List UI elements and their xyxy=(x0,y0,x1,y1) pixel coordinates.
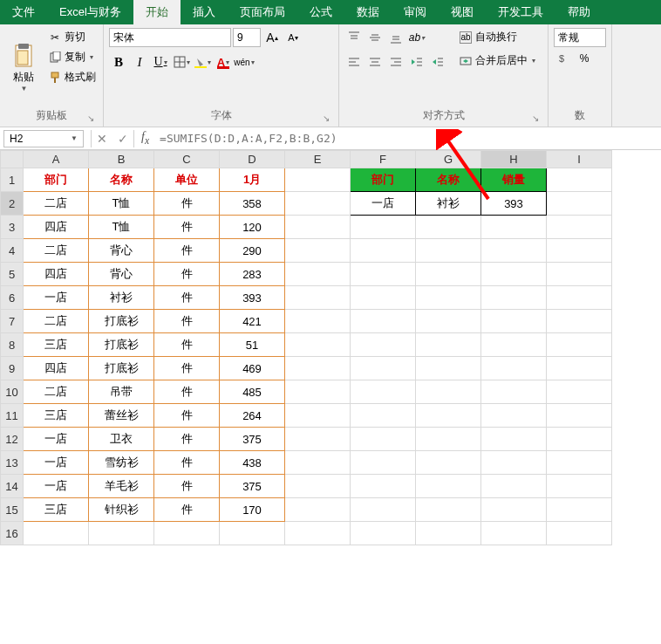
row-header-2[interactable]: 2 xyxy=(1,192,24,216)
cell-E6[interactable] xyxy=(285,286,351,310)
cell-H13[interactable] xyxy=(481,451,547,475)
cell-C15[interactable]: 件 xyxy=(154,498,220,522)
formula-input[interactable]: =SUMIFS(D:D,A:A,F2,B:B,G2) xyxy=(156,130,661,147)
cell-C13[interactable]: 件 xyxy=(154,451,220,475)
cell-H1[interactable]: 销量 xyxy=(481,168,547,192)
cell-F3[interactable] xyxy=(351,216,416,239)
cell-D4[interactable]: 290 xyxy=(220,239,285,263)
cell-H16[interactable] xyxy=(481,522,547,545)
cell-E10[interactable] xyxy=(285,380,351,404)
dialog-launcher-icon[interactable]: ↘ xyxy=(323,113,330,123)
cell-I2[interactable] xyxy=(547,192,612,216)
bold-button[interactable]: B xyxy=(109,52,128,72)
row-header-6[interactable]: 6 xyxy=(1,286,24,310)
cell-B5[interactable]: 背心 xyxy=(89,263,154,286)
cell-C5[interactable]: 件 xyxy=(154,263,220,286)
cell-A12[interactable]: 一店 xyxy=(24,428,89,451)
cell-B10[interactable]: 吊带 xyxy=(89,380,154,404)
cell-C7[interactable]: 件 xyxy=(154,310,220,333)
paste-button[interactable]: 粘贴 ▼ xyxy=(5,28,42,106)
cell-C12[interactable]: 件 xyxy=(154,428,220,451)
cell-A1[interactable]: 部门 xyxy=(24,168,89,192)
cell-I1[interactable] xyxy=(547,168,612,192)
cell-D11[interactable]: 264 xyxy=(220,404,285,428)
col-header-H[interactable]: H xyxy=(481,151,547,168)
cell-I7[interactable] xyxy=(547,310,612,333)
row-header-1[interactable]: 1 xyxy=(1,168,24,192)
cell-E15[interactable] xyxy=(285,498,351,522)
accept-formula-icon[interactable]: ✓ xyxy=(112,132,133,146)
cell-F9[interactable] xyxy=(351,357,416,380)
align-top-icon[interactable] xyxy=(344,28,364,47)
cell-I3[interactable] xyxy=(547,216,612,239)
col-header-B[interactable]: B xyxy=(89,151,154,168)
cell-H4[interactable] xyxy=(481,239,547,263)
cell-D13[interactable]: 438 xyxy=(220,451,285,475)
cell-C8[interactable]: 件 xyxy=(154,333,220,357)
row-header-16[interactable]: 16 xyxy=(1,522,24,545)
wrap-text-button[interactable]: ab 自动换行 xyxy=(458,28,537,46)
cell-G1[interactable]: 名称 xyxy=(416,168,481,192)
cell-B2[interactable]: T恤 xyxy=(89,192,154,216)
cell-E9[interactable] xyxy=(285,357,351,380)
cell-F5[interactable] xyxy=(351,263,416,286)
cell-A9[interactable]: 四店 xyxy=(24,357,89,380)
cell-E4[interactable] xyxy=(285,239,351,263)
cell-A6[interactable]: 一店 xyxy=(24,286,89,310)
cell-A16[interactable] xyxy=(24,522,89,545)
fx-icon[interactable]: fx xyxy=(134,130,156,147)
cell-I10[interactable] xyxy=(547,380,612,404)
tab-页面布局[interactable]: 页面布局 xyxy=(228,0,297,24)
tab-视图[interactable]: 视图 xyxy=(439,0,486,24)
cell-I13[interactable] xyxy=(547,451,612,475)
cell-G11[interactable] xyxy=(416,404,481,428)
copy-button[interactable]: 复制▾ xyxy=(47,48,98,66)
tab-文件[interactable]: 文件 xyxy=(0,0,47,24)
tab-插入[interactable]: 插入 xyxy=(181,0,228,24)
cell-C1[interactable]: 单位 xyxy=(154,168,220,192)
row-header-3[interactable]: 3 xyxy=(1,216,24,239)
cell-G15[interactable] xyxy=(416,498,481,522)
cell-D15[interactable]: 170 xyxy=(220,498,285,522)
cell-G6[interactable] xyxy=(416,286,481,310)
row-header-14[interactable]: 14 xyxy=(1,475,24,498)
cell-B6[interactable]: 衬衫 xyxy=(89,286,154,310)
cell-H6[interactable] xyxy=(481,286,547,310)
cell-H11[interactable] xyxy=(481,404,547,428)
cell-D2[interactable]: 358 xyxy=(220,192,285,216)
cell-A8[interactable]: 三店 xyxy=(24,333,89,357)
cell-G3[interactable] xyxy=(416,216,481,239)
number-format-select[interactable] xyxy=(554,28,606,47)
cell-D10[interactable]: 485 xyxy=(220,380,285,404)
format-painter-button[interactable]: 格式刷 xyxy=(47,68,98,86)
cell-H8[interactable] xyxy=(481,333,547,357)
italic-button[interactable]: I xyxy=(130,52,149,72)
cut-button[interactable]: ✂ 剪切 xyxy=(47,28,98,46)
col-header-D[interactable]: D xyxy=(220,151,285,168)
cell-H12[interactable] xyxy=(481,428,547,451)
cell-B16[interactable] xyxy=(89,522,154,545)
cell-D9[interactable]: 469 xyxy=(220,357,285,380)
cell-D14[interactable]: 375 xyxy=(220,475,285,498)
cell-B13[interactable]: 雪纺衫 xyxy=(89,451,154,475)
cell-I4[interactable] xyxy=(547,239,612,263)
cell-G10[interactable] xyxy=(416,380,481,404)
row-header-15[interactable]: 15 xyxy=(1,498,24,522)
cell-I8[interactable] xyxy=(547,333,612,357)
phonetic-button[interactable]: wén▾ xyxy=(235,52,254,72)
cell-C6[interactable]: 件 xyxy=(154,286,220,310)
cell-E7[interactable] xyxy=(285,310,351,333)
select-all-corner[interactable] xyxy=(1,151,24,168)
cell-G12[interactable] xyxy=(416,428,481,451)
cell-F2[interactable]: 一店 xyxy=(351,192,416,216)
cell-G5[interactable] xyxy=(416,263,481,286)
cell-D8[interactable]: 51 xyxy=(220,333,285,357)
name-box[interactable]: H2▼ xyxy=(3,130,84,147)
align-center-icon[interactable] xyxy=(365,52,385,72)
border-button[interactable]: ▾ xyxy=(172,52,191,72)
col-header-F[interactable]: F xyxy=(351,151,416,168)
cell-E3[interactable] xyxy=(285,216,351,239)
cell-A11[interactable]: 三店 xyxy=(24,404,89,428)
fill-color-button[interactable]: ▾ xyxy=(193,52,212,72)
cell-G4[interactable] xyxy=(416,239,481,263)
